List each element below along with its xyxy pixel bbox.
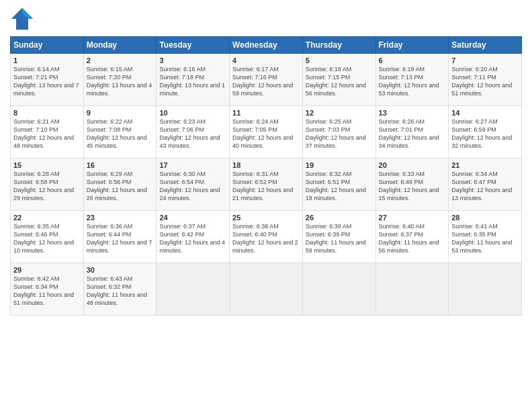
calendar-cell: 3Sunrise: 6:16 AMSunset: 7:18 PMDaylight…: [157, 54, 230, 106]
day-number: 27: [379, 214, 446, 222]
day-content: Sunrise: 6:23 AMSunset: 7:06 PMDaylight:…: [159, 118, 226, 150]
day-content: Sunrise: 6:28 AMSunset: 6:58 PMDaylight:…: [13, 170, 81, 203]
page: SundayMondayTuesdayWednesdayThursdayFrid…: [0, 0, 532, 411]
calendar-cell: 12Sunrise: 6:25 AMSunset: 7:03 PMDayligh…: [302, 106, 375, 158]
calendar-header-saturday: Saturday: [449, 37, 522, 54]
calendar-cell: 9Sunrise: 6:22 AMSunset: 7:08 PMDaylight…: [83, 106, 157, 158]
day-number: 2: [87, 56, 154, 64]
day-content: Sunrise: 6:15 AMSunset: 7:20 PMDaylight:…: [87, 65, 154, 98]
day-content: Sunrise: 6:30 AMSunset: 6:54 PMDaylight:…: [159, 170, 226, 203]
calendar-cell: 15Sunrise: 6:28 AMSunset: 6:58 PMDayligh…: [11, 158, 84, 211]
day-content: Sunrise: 6:22 AMSunset: 7:08 PMDaylight:…: [87, 118, 154, 150]
day-number: 5: [306, 56, 373, 64]
day-number: 12: [306, 109, 373, 117]
day-content: Sunrise: 6:24 AMSunset: 7:05 PMDaylight:…: [232, 118, 300, 150]
calendar-cell: 27Sunrise: 6:40 AMSunset: 6:37 PMDayligh…: [375, 211, 449, 263]
day-number: 26: [306, 214, 373, 222]
calendar-header-row: SundayMondayTuesdayWednesdayThursdayFrid…: [11, 37, 522, 54]
calendar-header-friday: Friday: [375, 37, 449, 54]
day-content: Sunrise: 6:33 AMSunset: 6:49 PMDaylight:…: [379, 170, 446, 203]
day-content: Sunrise: 6:41 AMSunset: 6:35 PMDaylight:…: [451, 222, 519, 255]
day-content: Sunrise: 6:18 AMSunset: 7:15 PMDaylight:…: [306, 65, 373, 98]
day-number: 9: [87, 109, 154, 117]
day-content: Sunrise: 6:29 AMSunset: 6:56 PMDaylight:…: [87, 170, 154, 203]
calendar-week-row: 1Sunrise: 6:14 AMSunset: 7:21 PMDaylight…: [11, 54, 522, 106]
day-content: Sunrise: 6:19 AMSunset: 7:13 PMDaylight:…: [379, 65, 446, 98]
calendar-week-row: 29Sunrise: 6:42 AMSunset: 6:34 PMDayligh…: [11, 263, 522, 316]
calendar-cell: 8Sunrise: 6:21 AMSunset: 7:10 PMDaylight…: [11, 106, 84, 158]
day-content: Sunrise: 6:34 AMSunset: 6:47 PMDaylight:…: [451, 170, 519, 203]
day-number: 6: [379, 56, 446, 64]
calendar-header-thursday: Thursday: [302, 37, 375, 54]
calendar-cell: 5Sunrise: 6:18 AMSunset: 7:15 PMDaylight…: [302, 54, 375, 106]
calendar-cell: [449, 263, 522, 316]
day-number: 1: [13, 56, 81, 64]
calendar-cell: 13Sunrise: 6:26 AMSunset: 7:01 PMDayligh…: [375, 106, 449, 158]
day-content: Sunrise: 6:16 AMSunset: 7:18 PMDaylight:…: [159, 65, 226, 98]
day-number: 13: [379, 109, 446, 117]
calendar-cell: 18Sunrise: 6:31 AMSunset: 6:52 PMDayligh…: [230, 158, 303, 211]
day-number: 17: [159, 161, 226, 169]
calendar-cell: 28Sunrise: 6:41 AMSunset: 6:35 PMDayligh…: [449, 211, 522, 263]
day-content: Sunrise: 6:14 AMSunset: 7:21 PMDaylight:…: [13, 65, 81, 98]
calendar-cell: [375, 263, 449, 316]
calendar-cell: [157, 263, 230, 316]
day-number: 22: [13, 214, 81, 222]
calendar-cell: 20Sunrise: 6:33 AMSunset: 6:49 PMDayligh…: [375, 158, 449, 211]
calendar-cell: 10Sunrise: 6:23 AMSunset: 7:06 PMDayligh…: [157, 106, 230, 158]
calendar-week-row: 15Sunrise: 6:28 AMSunset: 6:58 PMDayligh…: [11, 158, 522, 211]
calendar-table: SundayMondayTuesdayWednesdayThursdayFrid…: [10, 36, 522, 316]
day-number: 10: [159, 109, 226, 117]
day-content: Sunrise: 6:27 AMSunset: 6:59 PMDaylight:…: [451, 118, 519, 150]
calendar-body: 1Sunrise: 6:14 AMSunset: 7:21 PMDaylight…: [11, 54, 522, 316]
day-number: 28: [451, 214, 519, 222]
day-number: 29: [13, 266, 81, 274]
calendar-header-tuesday: Tuesday: [157, 37, 230, 54]
day-content: Sunrise: 6:39 AMSunset: 6:39 PMDaylight:…: [306, 222, 373, 255]
day-number: 8: [13, 109, 81, 117]
day-content: Sunrise: 6:32 AMSunset: 6:51 PMDaylight:…: [306, 170, 373, 203]
day-content: Sunrise: 6:38 AMSunset: 6:40 PMDaylight:…: [232, 222, 300, 255]
day-number: 7: [451, 56, 519, 64]
calendar-cell: 2Sunrise: 6:15 AMSunset: 7:20 PMDaylight…: [83, 54, 157, 106]
day-number: 21: [451, 161, 519, 169]
calendar-cell: 29Sunrise: 6:42 AMSunset: 6:34 PMDayligh…: [11, 263, 84, 316]
day-content: Sunrise: 6:43 AMSunset: 6:32 PMDaylight:…: [87, 275, 154, 308]
day-content: Sunrise: 6:36 AMSunset: 6:44 PMDaylight:…: [87, 222, 154, 255]
day-content: Sunrise: 6:17 AMSunset: 7:16 PMDaylight:…: [232, 65, 300, 98]
calendar-cell: 1Sunrise: 6:14 AMSunset: 7:21 PMDaylight…: [11, 54, 84, 106]
calendar-cell: 4Sunrise: 6:17 AMSunset: 7:16 PMDaylight…: [230, 54, 303, 106]
calendar-cell: 11Sunrise: 6:24 AMSunset: 7:05 PMDayligh…: [230, 106, 303, 158]
day-content: Sunrise: 6:20 AMSunset: 7:11 PMDaylight:…: [451, 65, 519, 98]
day-number: 24: [159, 214, 226, 222]
day-content: Sunrise: 6:25 AMSunset: 7:03 PMDaylight:…: [306, 118, 373, 150]
day-number: 30: [87, 266, 154, 274]
calendar-cell: 6Sunrise: 6:19 AMSunset: 7:13 PMDaylight…: [375, 54, 449, 106]
calendar-cell: 24Sunrise: 6:37 AMSunset: 6:42 PMDayligh…: [157, 211, 230, 263]
day-number: 19: [306, 161, 373, 169]
calendar-cell: 21Sunrise: 6:34 AMSunset: 6:47 PMDayligh…: [449, 158, 522, 211]
calendar-header-wednesday: Wednesday: [230, 37, 303, 54]
calendar-header-sunday: Sunday: [11, 37, 84, 54]
day-number: 3: [159, 56, 226, 64]
logo-icon: [10, 7, 34, 31]
day-number: 23: [87, 214, 154, 222]
day-number: 11: [232, 109, 300, 117]
day-number: 4: [232, 56, 300, 64]
calendar-cell: 19Sunrise: 6:32 AMSunset: 6:51 PMDayligh…: [302, 158, 375, 211]
day-number: 16: [87, 161, 154, 169]
calendar-week-row: 8Sunrise: 6:21 AMSunset: 7:10 PMDaylight…: [11, 106, 522, 158]
day-number: 14: [451, 109, 519, 117]
day-number: 15: [13, 161, 81, 169]
calendar-cell: 26Sunrise: 6:39 AMSunset: 6:39 PMDayligh…: [302, 211, 375, 263]
calendar-cell: 16Sunrise: 6:29 AMSunset: 6:56 PMDayligh…: [83, 158, 157, 211]
day-content: Sunrise: 6:35 AMSunset: 6:46 PMDaylight:…: [13, 222, 81, 255]
day-content: Sunrise: 6:37 AMSunset: 6:42 PMDaylight:…: [159, 222, 226, 255]
day-content: Sunrise: 6:31 AMSunset: 6:52 PMDaylight:…: [232, 170, 300, 203]
calendar-cell: 22Sunrise: 6:35 AMSunset: 6:46 PMDayligh…: [11, 211, 84, 263]
logo: [10, 7, 37, 31]
day-content: Sunrise: 6:42 AMSunset: 6:34 PMDaylight:…: [13, 275, 81, 308]
day-content: Sunrise: 6:26 AMSunset: 7:01 PMDaylight:…: [379, 118, 446, 150]
day-number: 20: [379, 161, 446, 169]
calendar-cell: 30Sunrise: 6:43 AMSunset: 6:32 PMDayligh…: [83, 263, 157, 316]
